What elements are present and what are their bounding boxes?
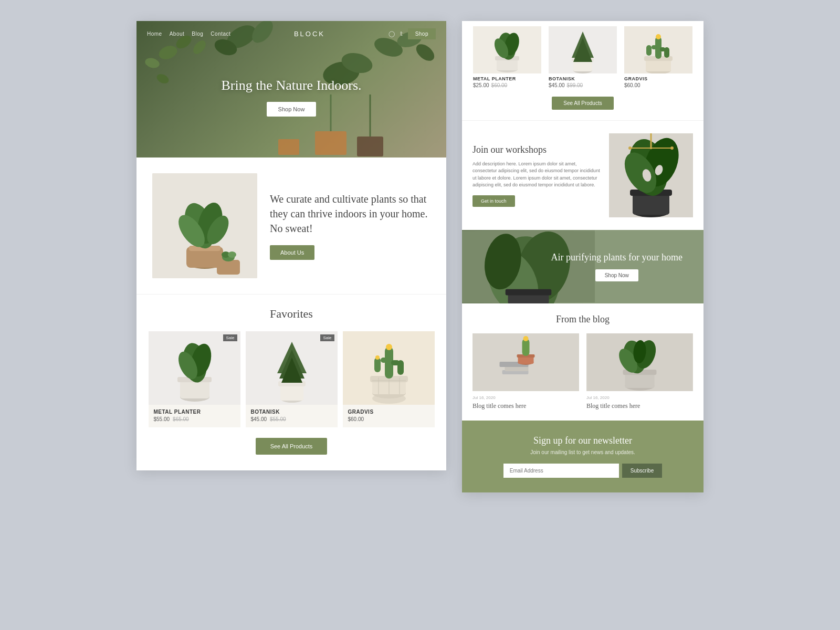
svg-rect-23: [217, 260, 240, 275]
price-old: $99.00: [567, 82, 583, 88]
right-product-image: [473, 26, 541, 74]
workshop-title: Join our workshops: [472, 144, 601, 155]
product-info: BOTANISK $45.00 $55.00: [246, 405, 338, 427]
banner-content: Air purifying plants for your home Shop …: [541, 252, 704, 281]
svg-rect-80: [652, 45, 657, 49]
workshop-section: Join our workshops Add description here.…: [462, 120, 704, 230]
right-products-grid: METAL PLANTER $25.00 $60.00: [472, 26, 693, 88]
instagram-icon[interactable]: ◯: [388, 30, 395, 37]
product-info: METAL PLANTER $55.00 $65.00: [149, 405, 240, 427]
about-plant-svg: [152, 173, 257, 278]
see-all-products-button[interactable]: See All Products: [256, 438, 328, 455]
price-current: $45.00: [251, 416, 267, 422]
svg-point-112: [523, 336, 529, 341]
email-input[interactable]: [503, 464, 619, 478]
svg-point-2: [144, 57, 161, 70]
twitter-icon[interactable]: 𝕥: [400, 30, 403, 37]
price-old: $60.00: [491, 82, 508, 88]
blog-section: From the blog: [462, 303, 704, 421]
blog-title: From the blog: [472, 314, 693, 325]
product-prices: $60.00: [348, 416, 429, 422]
product-card: Sale BOTANISK: [246, 331, 338, 427]
newsletter-title: Sign up for our newsletter: [478, 435, 688, 446]
svg-point-30: [228, 251, 236, 258]
product-prices: $45.00 $55.00: [251, 416, 332, 422]
product-name: METAL PLANTER: [154, 409, 235, 415]
right-gradvis: [624, 26, 692, 74]
product-prices: $55.00 $65.00: [154, 416, 235, 422]
svg-rect-55: [374, 358, 381, 372]
price-current: $60.00: [624, 82, 640, 88]
product-card: Sale METAL PLANTER $55.00: [149, 331, 240, 427]
metal-planter-img: [149, 331, 240, 405]
price-current: $25.00: [473, 82, 489, 88]
nav-blog[interactable]: Blog: [192, 31, 203, 37]
product-card: GRADVIS $60.00: [343, 331, 435, 427]
about-image: [152, 173, 257, 278]
right-product-image: [624, 26, 692, 74]
about-section: We curate and cultivate plants so that t…: [136, 158, 446, 294]
svg-rect-103: [506, 289, 552, 296]
right-product-prices: $60.00: [624, 82, 692, 88]
right-panel: METAL PLANTER $25.00 $60.00: [462, 21, 704, 492]
svg-rect-13: [315, 131, 346, 155]
hero-cta-button[interactable]: Shop Now: [267, 102, 317, 117]
right-product-prices: $25.00 $60.00: [473, 82, 541, 88]
svg-rect-79: [646, 45, 652, 56]
subscribe-button[interactable]: Subscribe: [622, 464, 662, 478]
svg-point-59: [386, 344, 392, 350]
sale-badge: Sale: [320, 334, 334, 341]
svg-point-83: [656, 34, 661, 39]
svg-point-60: [375, 355, 380, 360]
svg-rect-14: [357, 136, 383, 156]
right-product-prices: $45.00 $99.00: [549, 82, 617, 88]
price-old: $65.00: [173, 416, 189, 422]
right-product-card: METAL PLANTER $25.00 $60.00: [473, 26, 541, 88]
blog-date-1: Jul 16, 2020: [472, 395, 579, 400]
hero-section: Home About Blog Contact BLOCK ◯ 𝕥 Shop B…: [136, 21, 446, 158]
right-product-card: BOTANISK $45.00 $99.00: [549, 26, 617, 88]
hero-navbar: Home About Blog Contact BLOCK ◯ 𝕥 Shop: [136, 21, 446, 47]
blog-date-2: Jul 16, 2020: [586, 395, 693, 400]
banner-shop-button[interactable]: Shop Now: [595, 269, 638, 281]
svg-point-95: [628, 146, 632, 150]
right-product-name: GRADVIS: [624, 76, 692, 81]
blog-plant-svg-2: [586, 333, 693, 391]
right-product-name: BOTANISK: [549, 76, 617, 81]
right-metal-planter: [473, 26, 541, 74]
blog-grid: Jul 16, 2020 Blog title comes here: [472, 333, 693, 410]
product-image: [246, 331, 338, 405]
right-see-all-button[interactable]: See All Products: [552, 97, 613, 110]
price-current: $55.00: [154, 416, 170, 422]
blog-card: Jul 16, 2020 Blog title comes here: [586, 333, 693, 410]
workshop-plant-svg: [609, 133, 693, 217]
svg-rect-56: [381, 358, 387, 363]
price-current: $60.00: [348, 416, 364, 422]
hero-content: Bring the Nature Indoors. Shop Now: [221, 78, 361, 117]
right-product-image: [549, 26, 617, 74]
svg-point-4: [155, 72, 171, 86]
nav-about[interactable]: About: [170, 31, 185, 37]
hero-shop-button[interactable]: Shop: [408, 28, 436, 39]
blog-image-1: [472, 333, 579, 391]
product-image: [149, 331, 240, 405]
botanisk-img: [246, 331, 338, 405]
blog-post-title-1: Blog title comes here: [472, 402, 579, 410]
about-us-button[interactable]: About Us: [270, 245, 314, 260]
blog-post-title-2: Blog title comes here: [586, 402, 693, 410]
svg-rect-15: [278, 139, 299, 155]
about-tagline: We curate and cultivate plants so that t…: [270, 192, 430, 236]
nav-home[interactable]: Home: [147, 31, 162, 37]
right-products-section: METAL PLANTER $25.00 $60.00: [462, 21, 704, 120]
svg-rect-82: [660, 47, 665, 51]
left-panel: Home About Blog Contact BLOCK ◯ 𝕥 Shop B…: [136, 21, 446, 470]
nav-contact[interactable]: Contact: [211, 31, 230, 37]
get-in-touch-button[interactable]: Get in touch: [472, 195, 515, 207]
banner-title: Air purifying plants for your home: [551, 252, 682, 263]
newsletter-section: Sign up for our newsletter Join our mail…: [462, 421, 704, 492]
workshop-description: Add description here. Lorem ipsum dolor …: [472, 161, 601, 189]
blog-card: Jul 16, 2020 Blog title comes here: [472, 333, 579, 410]
product-info: GRADVIS $60.00: [343, 405, 435, 427]
right-botanisk: [549, 26, 617, 74]
price-old: $55.00: [270, 416, 286, 422]
